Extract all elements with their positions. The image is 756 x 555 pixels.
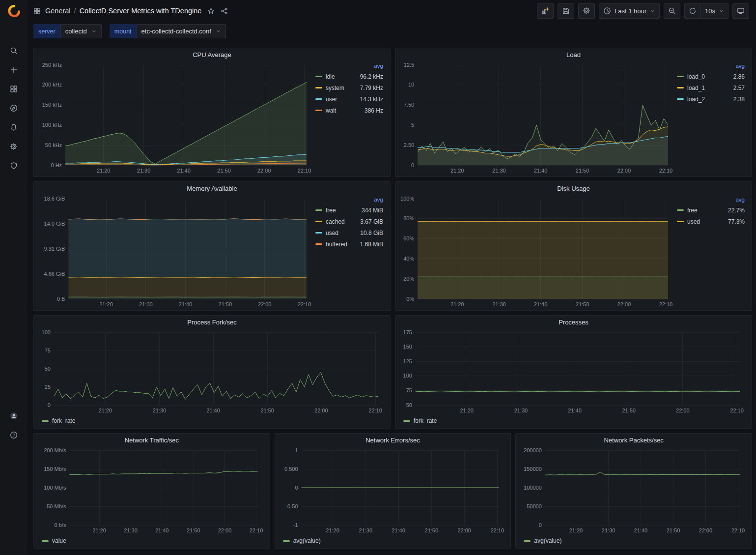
refresh-interval-dropdown[interactable]: 10s [701,3,728,19]
svg-text:21:50: 21:50 [667,527,680,533]
legend-item[interactable]: user14.3 kHz [315,93,383,105]
panel-title[interactable]: Load [395,48,752,61]
series-color-dash [315,221,322,222]
panel-title[interactable]: CPU Average [34,48,390,61]
legend-avg-header[interactable]: avg [677,197,745,204]
legend-avg-header[interactable]: avg [315,197,383,204]
svg-text:22:00: 22:00 [258,301,272,307]
processes-chart[interactable]: 507510012515017521:2021:3021:4021:5022:0… [398,328,747,415]
svg-text:0: 0 [411,162,414,168]
gear-icon [583,7,590,15]
load-chart[interactable]: 02.5057.501012.521:2021:3021:4021:5022:0… [397,61,675,175]
legend-label: load_0 [687,73,705,80]
disk-usage-chart[interactable]: 0%20%40%60%80%100%21:2021:3021:4021:5022… [397,195,675,309]
legend-avg-header[interactable]: avg [315,63,383,71]
variable-value-dropdown[interactable]: etc-collectd-collectd.conf [137,24,226,38]
sidebar-item-explore[interactable] [0,98,28,117]
main-area: General / CollectD Server Metrics with T… [28,0,756,555]
network-errors-chart[interactable]: -1-0.5000.500121:2021:3021:4021:5022:002… [278,446,506,535]
panel-network-traffic: Network Traffic/sec 0 b/s50 Mb/s100 Mb/s… [33,433,270,549]
legend-value: 386 Hz [364,107,383,114]
svg-text:22:10: 22:10 [368,408,382,413]
share-icon[interactable] [221,7,228,15]
legend-item[interactable]: cached3.67 GiB [315,216,383,227]
legend-item[interactable]: avg(value) [524,535,561,546]
svg-text:21:50: 21:50 [219,301,232,307]
refresh-button[interactable] [684,3,701,19]
panel-process-fork: Process Fork/sec 025507510021:2021:3021:… [33,315,391,429]
series-color-dash [283,540,290,542]
legend-value: 96.2 kHz [360,73,383,80]
network-packets-chart[interactable]: 05000010000015000020000021:2021:3021:402… [519,446,747,535]
legend-item[interactable]: idle96.2 kHz [315,71,383,82]
legend-item[interactable]: load_02.86 [677,71,745,82]
legend-avg-header[interactable]: avg [677,63,745,71]
network-traffic-chart[interactable]: 0 b/s50 Mb/s100 Mb/s150 Mb/s200 Mb/s21:2… [37,446,265,535]
sidebar-item-alerting[interactable] [0,117,28,137]
legend-item[interactable]: load_22.38 [677,93,745,105]
variable-value-dropdown[interactable]: collectd [60,24,102,38]
svg-text:21:30: 21:30 [153,408,167,413]
svg-text:21:40: 21:40 [392,527,405,533]
panel-title[interactable]: Memory Available [34,182,390,195]
memory-available-chart[interactable]: 0 B4.66 GiB9.31 GiB14.0 GiB18.6 GiB21:20… [36,195,313,309]
panel-title[interactable]: Network Errors/sec [275,434,511,446]
legend-item[interactable]: wait386 Hz [315,105,383,116]
sidebar-item-configuration[interactable] [0,137,28,156]
svg-text:22:00: 22:00 [257,168,271,174]
panel-title[interactable]: Process Fork/sec [34,316,390,328]
svg-text:40%: 40% [403,256,414,262]
svg-text:50: 50 [406,402,412,408]
grafana-logo[interactable] [7,4,21,19]
svg-text:50000: 50000 [527,503,542,509]
legend-item[interactable]: avg(value) [283,535,321,546]
legend-item[interactable]: buffered1.68 MiB [315,238,383,250]
series-color-dash [42,420,49,422]
svg-text:21:40: 21:40 [634,527,648,533]
dashboards-grid-icon[interactable] [33,7,41,15]
legend-item[interactable]: used10.8 GiB [315,227,383,238]
legend-item[interactable]: fork_rate [42,415,75,426]
process-fork-chart[interactable]: 025507510021:2021:3021:4021:5022:0022:10 [37,328,385,415]
sidebar-item-server-admin[interactable] [0,156,28,175]
memory-available-legend: avgfree344 MiBcached3.67 GiBused10.8 GiB… [313,195,387,309]
sidebar-item-create[interactable] [0,60,28,79]
sidebar-item-help[interactable]: ? [0,425,28,444]
panel-title[interactable]: Network Traffic/sec [34,434,270,446]
sidebar-item-search[interactable] [0,41,28,60]
dashboard-settings-button[interactable] [578,3,595,19]
disk-usage-legend: avgfree22.7%used77.3% [675,195,749,309]
zoom-out-button[interactable] [664,3,680,19]
legend-item[interactable]: free344 MiB [315,204,383,216]
sidebar-item-dashboards[interactable] [0,79,28,98]
variable-value: collectd [65,28,87,35]
panel-cpu-average: CPU Average 0 Hz50 kHz100 kHz150 kHz200 … [33,48,391,177]
legend-item[interactable]: value [42,535,66,546]
refresh-icon [689,7,697,15]
cycle-view-mode-button[interactable] [732,3,749,19]
svg-text:0%: 0% [406,296,414,302]
time-range-picker[interactable]: Last 1 hour [599,3,660,19]
svg-text:22:10: 22:10 [730,408,744,413]
legend-item[interactable]: system7.79 kHz [315,82,383,93]
clock-icon [603,7,611,15]
legend-item[interactable]: load_12.57 [677,82,745,93]
panel-title[interactable]: Network Packets/sec [516,434,752,446]
svg-text:21:40: 21:40 [534,168,548,174]
legend-value: 7.79 kHz [360,85,383,91]
panel-title[interactable]: Disk Usage [395,182,752,195]
breadcrumb-folder[interactable]: General [45,7,71,15]
star-icon[interactable] [207,7,215,15]
sidebar-bottom: ? [0,406,28,444]
legend-item[interactable]: fork_rate [403,415,437,426]
sidebar-item-profile[interactable] [0,406,28,425]
cpu-average-chart[interactable]: 0 Hz50 kHz100 kHz150 kHz200 kHz250 kHz21… [36,61,313,175]
legend-item[interactable]: used77.3% [677,216,745,227]
dashboard-grid: CPU Average 0 Hz50 kHz100 kHz150 kHz200 … [28,43,756,555]
panel-title[interactable]: Processes [395,316,752,328]
svg-text:21:20: 21:20 [460,408,474,413]
legend-value: 1.68 MiB [360,241,383,248]
save-dashboard-button[interactable] [558,3,574,19]
legend-item[interactable]: free22.7% [677,204,745,216]
add-panel-button[interactable] [537,3,554,19]
